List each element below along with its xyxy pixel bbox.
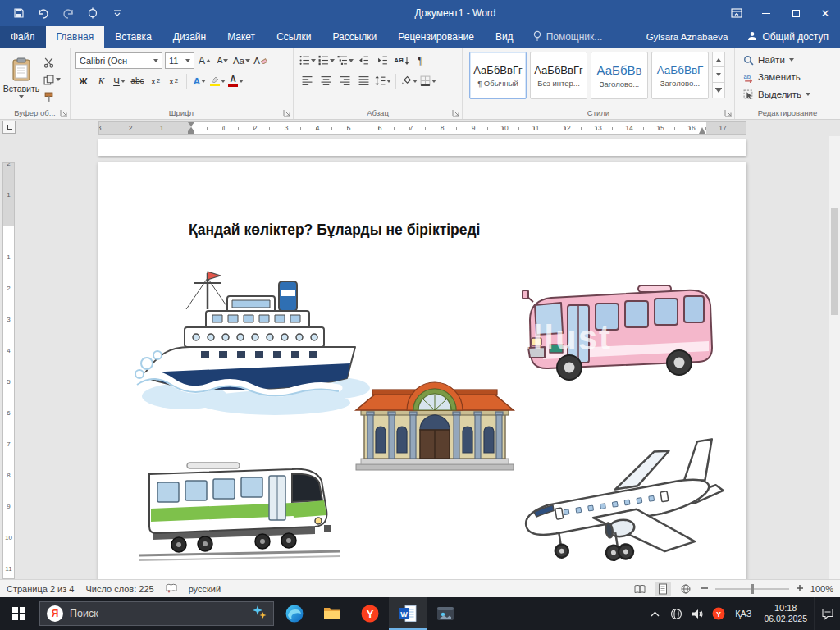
tab-review[interactable]: Рецензирование [387,26,485,48]
zoom-out-button[interactable] [701,584,709,594]
styles-scroll-up[interactable] [712,52,725,67]
close-button[interactable]: ✕ [810,0,840,26]
text-effects-button[interactable]: А [192,73,208,89]
airplane-image[interactable] [513,431,726,573]
redo-icon[interactable] [61,6,75,21]
style-heading1[interactable]: АаБбВв Заголово... [591,52,648,99]
tab-insert[interactable]: Вставка [104,26,162,48]
touch-mode-icon[interactable] [85,6,100,21]
shrink-font-button[interactable]: А [215,52,231,69]
proofing-icon[interactable] [166,583,177,595]
app-icon-edge[interactable] [276,597,313,630]
style-no-spacing[interactable]: АаБбВвГг Без интер... [530,52,587,99]
align-center-button[interactable] [317,73,335,89]
pink-bus-image[interactable] [517,269,722,400]
app-icon-word[interactable]: W [389,597,427,630]
find-button[interactable]: Найти [743,52,840,67]
style-normal[interactable]: АаБбВвГг ¶ Обычный [469,52,527,99]
scrollbar-thumb[interactable] [831,208,838,315]
action-center-icon[interactable] [814,597,840,630]
format-painter-button[interactable] [43,90,65,103]
styles-dialog-launcher[interactable] [724,109,733,117]
underline-button[interactable]: Ч [112,73,127,89]
subscript-button[interactable]: x2 [148,73,163,89]
shading-button[interactable] [400,73,418,89]
vertical-ruler[interactable]: 211234567891011 [2,162,15,579]
justify-button[interactable] [355,73,372,89]
save-icon[interactable] [11,6,26,21]
tab-layout[interactable]: Макет [217,26,266,48]
first-line-indent-marker[interactable] [188,122,194,126]
multilevel-list-button[interactable] [336,52,354,69]
styles-more-button[interactable] [712,83,725,98]
tab-home[interactable]: Главная [46,26,105,48]
copy-button[interactable] [43,73,65,86]
borders-button[interactable] [419,73,436,89]
font-color-button[interactable]: А [228,73,244,89]
document-heading[interactable]: Қандай көліктер? Бұларды не біріктіреді [189,221,480,239]
taskbar-search[interactable]: Я Поиск [39,601,274,626]
styles-scroll-down[interactable] [712,67,725,83]
left-indent-marker[interactable] [188,131,194,134]
show-marks-button[interactable]: ¶ [412,52,429,69]
paragraph-dialog-launcher[interactable] [452,109,460,117]
font-size-combobox[interactable]: 11 [165,52,194,69]
taskbar-clock[interactable]: 10:18 06.02.2025 [757,603,814,625]
restore-button[interactable] [781,0,810,26]
tray-yandex-icon[interactable]: Y [708,597,729,630]
bullets-button[interactable] [299,52,316,69]
ferry-ship-image[interactable] [135,258,373,418]
app-icon-file-explorer[interactable] [313,597,351,630]
undo-icon[interactable] [36,6,51,21]
search-highlights-icon[interactable] [252,605,267,623]
vertical-scrollbar[interactable] [829,136,840,579]
share-button[interactable]: Общий доступ [736,26,840,48]
tab-mailings[interactable]: Рассылки [322,26,387,48]
word-count[interactable]: Число слов: 225 [85,584,153,594]
app-icon-photos[interactable] [427,597,464,630]
select-button[interactable]: Выделить [743,87,840,102]
tab-view[interactable]: Вид [485,26,524,48]
decrease-indent-button[interactable] [355,52,372,69]
font-family-combobox[interactable]: Calibri (Осн [75,52,162,69]
train-station-image[interactable] [353,361,517,472]
customize-qat-icon[interactable] [110,6,125,21]
page-indicator[interactable]: Страница 2 из 4 [7,584,74,594]
change-case-button[interactable]: Aa [233,52,250,69]
tab-file[interactable]: Файл [0,26,46,48]
zoom-level[interactable]: 100% [810,584,833,594]
paste-button[interactable]: Вставить [2,50,41,106]
highlight-color-button[interactable] [210,73,226,89]
horizontal-ruler[interactable]: 3211234567891011121314151617 [98,121,746,135]
zoom-slider[interactable] [715,588,789,590]
document-page[interactable]: Қандай көліктер? Бұларды не біріктіреді [98,162,746,579]
network-icon[interactable] [665,597,687,630]
zoom-in-button[interactable] [796,584,804,594]
strikethrough-button[interactable]: abc [130,73,145,89]
account-name[interactable]: Gylsara Aznabaeva [638,26,737,48]
italic-button[interactable]: К [94,73,109,89]
read-mode-icon[interactable] [632,582,648,596]
superscript-button[interactable]: x2 [166,73,181,89]
replace-button[interactable]: ab Заменить [743,70,840,84]
tray-chevron-icon[interactable] [644,597,665,630]
web-layout-icon[interactable] [678,582,694,596]
green-train-image[interactable] [139,440,340,561]
tab-stop-selector[interactable] [2,121,16,134]
grow-font-button[interactable]: А [197,52,212,69]
sort-button[interactable]: АЯ [393,52,410,69]
start-button[interactable] [0,597,38,630]
numbering-button[interactable] [317,52,335,69]
zoom-slider-thumb[interactable] [751,584,754,594]
align-right-button[interactable] [336,73,354,89]
font-dialog-launcher[interactable] [283,109,291,117]
clear-formatting-button[interactable]: А [253,52,268,69]
tab-references[interactable]: Ссылки [266,26,322,48]
print-layout-icon[interactable] [655,582,671,596]
align-left-button[interactable] [299,73,316,89]
app-icon-yandex-browser[interactable]: Y [351,597,389,630]
tell-me-assistant[interactable]: Помощник... [524,26,611,48]
cut-button[interactable] [43,56,65,69]
volume-icon[interactable] [687,597,708,630]
bold-button[interactable]: Ж [75,73,91,89]
